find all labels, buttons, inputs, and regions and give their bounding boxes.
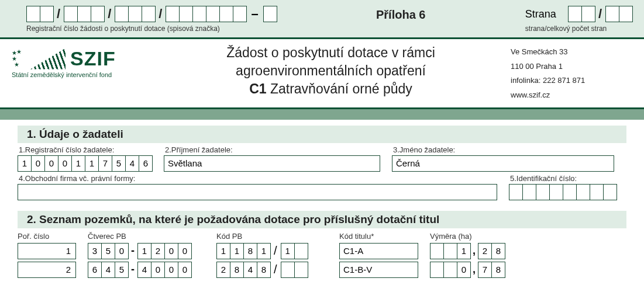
id-cell[interactable]	[603, 184, 617, 200]
page-cell[interactable]	[568, 6, 582, 22]
vymera-cell[interactable]: 2	[478, 243, 492, 259]
reg-applicant-cell[interactable]: 1	[18, 155, 32, 172]
page-total-cell[interactable]	[605, 6, 619, 22]
slash-sep: /	[270, 263, 281, 276]
address-block: Ve Smečkách 33 110 00 Praha 1 infolinka:…	[504, 44, 632, 103]
kod-cell[interactable]: 8	[230, 262, 244, 278]
id-cell[interactable]	[536, 184, 550, 200]
table-body: 1350-12001181/1C1-A1,282645-40002848/C1-…	[18, 243, 626, 278]
reg-cell[interactable]	[26, 6, 40, 22]
reg-applicant-cell[interactable]: 1	[85, 155, 99, 172]
kod-cell[interactable]: 8	[243, 243, 257, 259]
kod-group: 2848/	[216, 262, 328, 278]
page-cell[interactable]	[581, 6, 595, 22]
field-firstname: 3.Jméno žadatele: Černá	[392, 145, 614, 172]
ctverec-cell[interactable]: 0	[115, 243, 129, 259]
id-number-cells	[509, 184, 617, 200]
company-input[interactable]	[18, 184, 497, 200]
reg-applicant-cell[interactable]: 0	[58, 155, 72, 172]
ctverec-cell[interactable]: 0	[164, 262, 178, 278]
ctverec-group: 645-4000	[88, 262, 205, 278]
reg-cell[interactable]	[115, 6, 129, 22]
vymera-cell[interactable]: 0	[457, 262, 471, 278]
reg-applicant-cell[interactable]: 7	[98, 155, 112, 172]
kod-cell[interactable]: 8	[257, 262, 271, 278]
vymera-cell[interactable]: 7	[478, 262, 492, 278]
vymera-cell[interactable]	[443, 262, 457, 278]
ctverec-cell[interactable]: 2	[151, 243, 165, 259]
col-vymera: Výměra (ha)	[430, 232, 509, 241]
comma-sep: ,	[470, 245, 478, 257]
reg-cell[interactable]	[142, 6, 156, 22]
mid-band	[0, 109, 644, 120]
kod-cell[interactable]	[294, 243, 308, 259]
reg-cell[interactable]	[233, 6, 247, 22]
kod-titulu-input[interactable]: C1-A	[339, 243, 418, 259]
vymera-cell[interactable]: 8	[491, 262, 505, 278]
ctverec-cell[interactable]: 1	[137, 243, 151, 259]
kod-cell[interactable]: 1	[216, 243, 230, 259]
ctverec-cell[interactable]: 4	[137, 262, 151, 278]
id-cell[interactable]	[563, 184, 577, 200]
ctverec-cell[interactable]: 5	[115, 262, 129, 278]
id-cell[interactable]	[522, 184, 536, 200]
vymera-cell[interactable]	[443, 243, 457, 259]
reg-cell[interactable]	[206, 6, 220, 22]
ctverec-cell[interactable]: 0	[178, 243, 192, 259]
reg-cell[interactable]	[263, 6, 277, 22]
surname-input[interactable]: Světlana	[164, 155, 380, 172]
id-cell[interactable]	[509, 184, 523, 200]
por-cislo[interactable]: 2	[18, 262, 76, 278]
slash-sep: /	[270, 244, 281, 258]
dash-sep: -	[128, 245, 137, 257]
kod-cell[interactable]: 4	[243, 262, 257, 278]
field-id-number: 5.Identifikační číslo:	[509, 174, 617, 200]
vymera-cell[interactable]	[430, 262, 444, 278]
firstname-input[interactable]: Černá	[392, 155, 614, 172]
ctverec-cell[interactable]: 0	[151, 262, 165, 278]
field-reg-number: 1.Registrační číslo žadatele: 1000117546	[18, 145, 152, 172]
kod-cell[interactable]	[294, 262, 308, 278]
reg-cell[interactable]	[91, 6, 105, 22]
por-cislo[interactable]: 1	[18, 243, 76, 259]
title-line1: Žádost o poskytnutí dotace v rámci	[158, 44, 504, 62]
ctverec-cell[interactable]: 3	[88, 243, 102, 259]
reg-cell[interactable]	[192, 6, 206, 22]
ctverec-cell[interactable]: 4	[101, 262, 115, 278]
col-titul: Kód titulu*	[339, 232, 418, 241]
reg-applicant-cell[interactable]: 1	[71, 155, 85, 172]
reg-cell[interactable]	[40, 6, 54, 22]
kod-cell[interactable]: 1	[230, 243, 244, 259]
reg-cell[interactable]	[179, 6, 193, 22]
reg-cell[interactable]	[64, 6, 78, 22]
reg-cell[interactable]	[166, 6, 180, 22]
reg-applicant-cell[interactable]: 0	[31, 155, 45, 172]
reg-applicant-cell[interactable]: 4	[125, 155, 139, 172]
kod-cell[interactable]: 1	[257, 243, 271, 259]
vymera-cell[interactable]	[430, 243, 444, 259]
ctverec-cell[interactable]: 5	[101, 243, 115, 259]
reg-applicant-cell[interactable]: 6	[139, 155, 153, 172]
reg-cell[interactable]	[219, 6, 233, 22]
ctverec-cell[interactable]: 0	[178, 262, 192, 278]
ctverec-cell[interactable]: 0	[164, 243, 178, 259]
id-cell[interactable]	[576, 184, 590, 200]
reg-cell[interactable]	[128, 6, 142, 22]
ctverec-cell[interactable]: 6	[88, 262, 102, 278]
col-por: Poř. číslo	[18, 232, 76, 241]
id-cell[interactable]	[549, 184, 563, 200]
logo-subtitle: Státní zemědělský intervenční fond	[12, 71, 158, 78]
kod-cell[interactable]: 1	[281, 243, 295, 259]
kod-cell[interactable]: 2	[216, 262, 230, 278]
kod-cell[interactable]	[281, 262, 295, 278]
vymera-cell[interactable]: 8	[491, 243, 505, 259]
section-1-title: 1. Údaje o žadateli	[18, 126, 626, 143]
id-cell[interactable]	[590, 184, 604, 200]
page-total-cell[interactable]	[619, 6, 633, 22]
reg-applicant-cell[interactable]: 5	[112, 155, 126, 172]
kod-titulu-input[interactable]: C1-B-V	[339, 262, 418, 278]
reg-cell[interactable]	[77, 6, 91, 22]
reg-applicant-cell[interactable]: 0	[44, 155, 58, 172]
top-band: / / / – Registrační číslo žádosti o posk…	[0, 0, 644, 37]
vymera-cell[interactable]: 1	[457, 243, 471, 259]
